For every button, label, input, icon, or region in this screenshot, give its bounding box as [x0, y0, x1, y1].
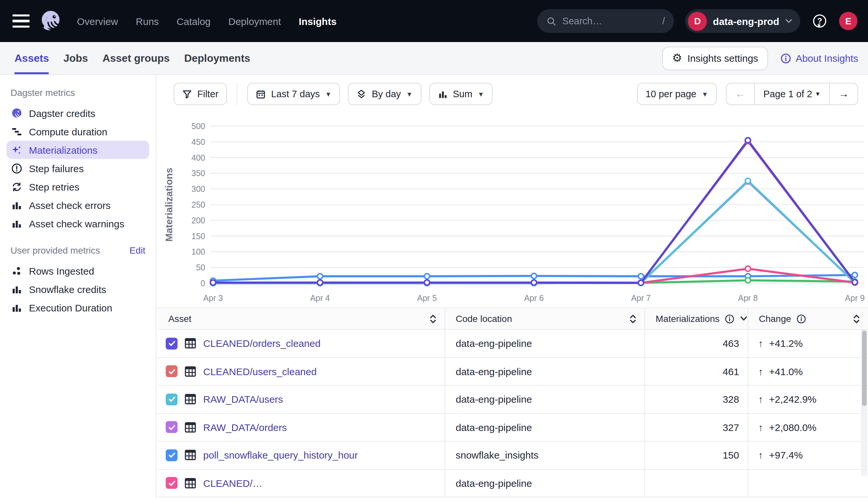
series-checkbox[interactable] [166, 366, 178, 378]
asset-link[interactable]: RAW_DATA/users [203, 394, 283, 405]
asset-link[interactable]: CLEANED/… [203, 477, 263, 489]
filter-icon [182, 89, 192, 99]
y-tick-label: 100 [191, 247, 205, 256]
about-insights-link[interactable]: About Insights [780, 53, 858, 64]
data-point[interactable] [638, 280, 643, 286]
dagster-credits-icon [11, 107, 22, 119]
data-point[interactable] [424, 280, 430, 285]
user-avatar[interactable]: E [839, 12, 857, 30]
sort-icon[interactable] [853, 314, 860, 324]
topnav-item-runs[interactable]: Runs [136, 15, 159, 27]
data-point[interactable] [745, 266, 751, 271]
scrollbar-thumb[interactable] [862, 330, 866, 406]
bar-chart-icon [11, 199, 22, 211]
topnav-item-catalog[interactable]: Catalog [177, 15, 210, 27]
sidebar-item-label: Compute duration [29, 126, 107, 137]
sort-desc-icon[interactable] [740, 316, 748, 321]
edit-metrics-link[interactable]: Edit [129, 245, 145, 255]
data-point[interactable] [317, 280, 322, 285]
sidebar-item-asset-check-errors[interactable]: Asset check errors [7, 196, 149, 214]
sort-icon[interactable] [430, 314, 437, 324]
table-icon [184, 421, 196, 434]
sparkles-icon [11, 144, 22, 155]
column-header-asset[interactable]: Asset [158, 308, 445, 329]
asset-link[interactable]: CLEANED/users_cleaned [203, 366, 317, 377]
sidebar-item-step-failures[interactable]: Step failures [7, 159, 149, 178]
column-header-code-location[interactable]: Code location [445, 308, 645, 329]
sidebar-item-asset-check-warnings[interactable]: Asset check warnings [7, 214, 149, 233]
asset-link[interactable]: CLEANED/orders_cleaned [203, 338, 321, 349]
table-icon [184, 365, 196, 378]
series-line-CLEANED/orders_cleaned[interactable] [213, 140, 855, 283]
tab-asset-groups[interactable]: Asset groups [103, 42, 170, 74]
data-point[interactable] [210, 280, 216, 285]
insights-settings-button[interactable]: ⚙ Insights settings [662, 46, 768, 70]
alert-circle-icon [11, 162, 22, 174]
gear-icon: ⚙ [672, 53, 682, 64]
sidebar-item-dagster-credits[interactable]: Dagster credits [7, 104, 149, 122]
per-page-select[interactable]: 10 per page ▼ [637, 83, 717, 105]
bar-chart-icon [11, 284, 22, 294]
asset-link[interactable]: poll_snowflake_query_history_hour [203, 450, 358, 461]
up-arrow-icon: ↑ [758, 394, 763, 405]
series-checkbox[interactable] [166, 338, 178, 350]
info-icon[interactable] [725, 314, 735, 324]
chevron-down-icon: ▼ [325, 90, 332, 97]
sidebar-item-execution-duration[interactable]: Execution Duration [7, 298, 149, 317]
sidebar-item-label: Dagster credits [29, 107, 95, 119]
workspace-tabbar: AssetsJobsAsset groupsDeployments ⚙ Insi… [0, 42, 868, 75]
topnav-item-deployment[interactable]: Deployment [229, 15, 281, 27]
data-point[interactable] [317, 274, 322, 279]
column-header-materializations[interactable]: Materializations [645, 308, 748, 329]
data-point[interactable] [852, 279, 857, 285]
data-point[interactable] [638, 274, 643, 279]
data-point[interactable] [745, 137, 751, 143]
data-point[interactable] [531, 273, 537, 278]
data-point[interactable] [852, 272, 857, 278]
info-icon [780, 53, 791, 63]
page-select[interactable]: Page 1 of 2 ▼ [754, 83, 829, 104]
sidebar-item-materializations[interactable]: Materializations [7, 141, 149, 159]
aggregation-button[interactable]: Sum ▼ [429, 83, 493, 105]
deployment-switcher[interactable]: D data-eng-prod [685, 9, 800, 33]
toolbar-divider [237, 83, 238, 105]
sidebar-item-compute-duration[interactable]: Compute duration [7, 122, 149, 141]
y-tick-label: 150 [191, 232, 205, 241]
granularity-button[interactable]: By day ▼ [348, 83, 421, 105]
tab-jobs[interactable]: Jobs [63, 42, 88, 74]
column-header-change[interactable]: Change [748, 308, 868, 329]
series-checkbox[interactable] [166, 477, 178, 489]
series-checkbox[interactable] [166, 449, 178, 461]
series-line-RAW_DATA/orders[interactable] [213, 181, 855, 283]
asset-link[interactable]: RAW_DATA/orders [203, 422, 287, 433]
data-point[interactable] [424, 274, 430, 279]
data-point[interactable] [531, 280, 537, 285]
data-point[interactable] [745, 278, 751, 283]
table-icon [184, 449, 196, 461]
tab-assets[interactable]: Assets [14, 42, 49, 74]
topnav-item-insights[interactable]: Insights [299, 15, 337, 27]
sidebar-item-rows-ingested[interactable]: Rows Ingested [7, 261, 149, 280]
materializations-chart: 050100150200250300350400450500Materializ… [156, 116, 868, 307]
series-line-CLEANED/users_cleaned[interactable] [213, 141, 855, 283]
date-range-button[interactable]: Last 7 days ▼ [247, 83, 340, 105]
filter-button[interactable]: Filter [174, 83, 227, 105]
series-checkbox[interactable] [166, 394, 178, 405]
table-scrollbar[interactable] [861, 330, 867, 476]
search-input[interactable]: Search… / [537, 9, 674, 33]
sort-icon[interactable] [629, 314, 637, 324]
sidebar-item-step-retries[interactable]: Step retries [7, 178, 149, 196]
help-icon[interactable]: ? [812, 13, 828, 29]
dagster-logo-icon[interactable] [39, 9, 63, 33]
series-checkbox[interactable] [166, 421, 178, 433]
next-page-button[interactable]: → [829, 83, 857, 104]
topnav-item-overview[interactable]: Overview [77, 15, 118, 27]
data-point[interactable] [745, 178, 751, 183]
hamburger-menu-icon[interactable] [13, 14, 29, 28]
sidebar-item-snowflake-credits[interactable]: Snowflake credits [7, 280, 149, 298]
sidebar-item-label: Materializations [29, 144, 97, 155]
up-arrow-icon: ↑ [758, 338, 763, 349]
info-icon[interactable] [796, 314, 806, 324]
tab-deployments[interactable]: Deployments [184, 42, 250, 74]
prev-page-button[interactable]: ← [727, 83, 754, 104]
